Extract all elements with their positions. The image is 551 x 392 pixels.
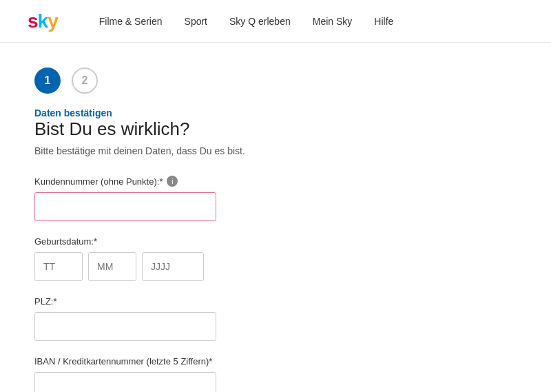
geburtsdatum-group: Geburtsdatum:* [34,236,379,281]
kundennummer-group: Kundennummer (ohne Punkte):* i [34,176,379,221]
steps-container: 1 2 [34,68,379,94]
logo: sky [28,10,58,32]
nav-item-filme[interactable]: Filme & Serien [99,16,163,27]
step-1: 1 [34,68,61,94]
kundennummer-info-icon[interactable]: i [167,176,178,187]
logo-s: s [28,10,38,32]
verification-form: Kundennummer (ohne Punkte):* i Geburtsda… [34,176,379,392]
plz-label: PLZ:* [34,296,379,307]
step-2: 2 [72,68,98,94]
plz-input[interactable] [34,312,216,341]
page-subtitle: Bitte bestätige mit deinen Daten, dass D… [34,145,379,156]
logo-text: sky [28,10,58,32]
iban-label: IBAN / Kreditkartennummer (letzte 5 Ziff… [34,356,379,367]
nav-item-hilfe[interactable]: Hilfe [374,16,393,27]
iban-input[interactable] [34,372,216,392]
header: sky Filme & Serien Sport Sky Q erleben M… [0,0,551,43]
year-input[interactable] [142,252,204,281]
logo-k: k [38,10,48,32]
geburtsdatum-label: Geburtsdatum:* [34,236,379,247]
page-title: Bist Du es wirklich? [34,118,379,140]
nav-item-sport[interactable]: Sport [185,16,207,27]
kundennummer-input[interactable] [34,192,216,221]
month-input[interactable] [88,252,136,281]
day-input[interactable] [34,252,83,281]
main-content: 1 2 Daten bestätigen Bist Du es wirklich… [0,43,413,392]
nav-item-skyq[interactable]: Sky Q erleben [229,16,291,27]
iban-group: IBAN / Kreditkartennummer (letzte 5 Ziff… [34,356,379,392]
plz-group: PLZ:* [34,296,379,341]
logo-y: y [48,10,58,32]
main-nav: Filme & Serien Sport Sky Q erleben Mein … [99,16,394,27]
kundennummer-label: Kundennummer (ohne Punkte):* i [34,176,379,187]
step-label: Daten bestätigen [34,107,379,118]
date-fields [34,252,379,281]
nav-item-meinsky[interactable]: Mein Sky [313,16,353,27]
